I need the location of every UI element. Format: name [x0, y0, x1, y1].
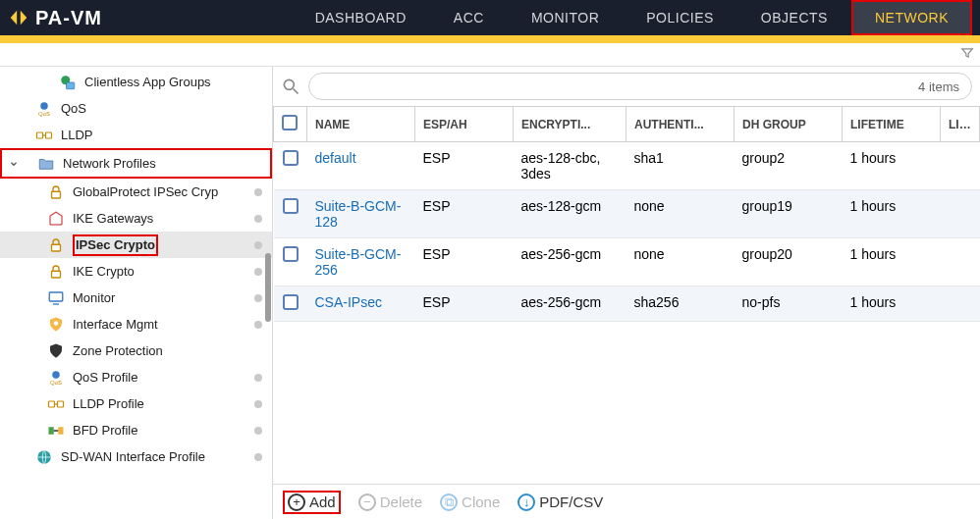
sidebar-item-label: BFD Profile — [73, 423, 137, 438]
sidebar-scrollbar-thumb[interactable] — [265, 253, 271, 322]
svg-rect-20 — [58, 427, 63, 435]
folder-icon — [37, 155, 55, 173]
pdfcsv-button[interactable]: ↓ PDF/CSV — [517, 493, 603, 511]
table-header-row: NAME ESP/AH ENCRYPTI... AUTHENTI... DH G… — [274, 107, 980, 142]
status-dot — [254, 294, 262, 302]
lldp-icon — [47, 395, 65, 413]
cell-lifetime: 1 hours — [843, 142, 941, 190]
search-input[interactable]: 4 items — [308, 73, 972, 100]
table-row[interactable]: Suite-B-GCM-128 ESP aes-128-gcm none gro… — [274, 190, 980, 238]
clone-icon: ⧉ — [440, 493, 458, 511]
col-encryption[interactable]: ENCRYPTI... — [514, 107, 626, 142]
cell-encryption: aes-256-gcm — [514, 286, 626, 322]
gear-shield-icon — [47, 316, 65, 334]
status-dot — [254, 374, 262, 382]
globe-icon — [35, 448, 53, 466]
tab-monitor[interactable]: MONITOR — [508, 0, 623, 35]
search-icon[interactable] — [279, 75, 302, 98]
sidebar-item-ike-gateways[interactable]: IKE Gateways — [0, 205, 272, 232]
cell-dhgroup: group20 — [735, 238, 843, 286]
delete-button[interactable]: − Delete — [358, 493, 422, 511]
main-panel: 4 items NAME ESP/AH ENCRYPTI... AUTHENTI… — [273, 67, 980, 519]
table-row[interactable]: Suite-B-GCM-256 ESP aes-256-gcm none gro… — [274, 238, 980, 286]
sidebar-item-label: IKE Crypto — [73, 264, 135, 279]
svg-rect-4 — [37, 132, 43, 138]
col-checkbox[interactable] — [274, 107, 307, 142]
row-checkbox[interactable] — [283, 294, 299, 310]
accent-bar — [0, 35, 980, 43]
cell-authentication: none — [626, 190, 735, 238]
tab-objects[interactable]: OBJECTS — [737, 0, 851, 35]
col-lifetime[interactable]: LIFETIME — [843, 107, 941, 142]
cell-espah: ESP — [415, 142, 514, 190]
brand-logo: PA-VM — [8, 7, 102, 29]
sidebar-item-ike-crypto[interactable]: IKE Crypto — [0, 258, 272, 285]
row-checkbox[interactable] — [283, 246, 299, 262]
clone-button[interactable]: ⧉ Clone — [440, 493, 500, 511]
sidebar-scrollbar-track — [265, 67, 273, 484]
shield-icon — [47, 342, 65, 360]
sidebar-item-label: IKE Gateways — [73, 211, 153, 226]
sidebar-item-lldp[interactable]: LLDP — [0, 122, 272, 148]
sidebar-item-bfd-profile[interactable]: BFD Profile — [0, 417, 272, 443]
col-dhgroup[interactable]: DH GROUP — [735, 107, 843, 142]
cell-authentication: none — [626, 238, 735, 286]
sidebar-item-label: LLDP — [61, 128, 93, 142]
sidebar-item-interface-mgmt[interactable]: Interface Mgmt — [0, 311, 272, 337]
profile-name-link[interactable]: Suite-B-GCM-256 — [315, 246, 402, 278]
sidebar-item-label: Clientless App Groups — [84, 75, 211, 89]
sidebar-item-label: Zone Protection — [73, 343, 163, 358]
svg-text:QoS: QoS — [50, 379, 62, 385]
filter-icon[interactable] — [960, 46, 974, 63]
sidebar-item-qos-profile[interactable]: QoSQoS Profile — [0, 364, 272, 390]
svg-text:QoS: QoS — [38, 110, 50, 116]
sidebar-item-qos[interactable]: QoSQoS — [0, 95, 272, 122]
sidebar-item-monitor-prof[interactable]: Monitor — [0, 285, 272, 311]
sidebar-item-gp-ipsec-crypto[interactable]: GlobalProtect IPSec Cryp — [0, 179, 272, 205]
profile-name-link[interactable]: default — [315, 150, 356, 166]
cell-espah: ESP — [415, 286, 514, 322]
chevron-down-icon — [8, 158, 20, 170]
row-checkbox[interactable] — [283, 150, 299, 166]
tab-network[interactable]: NETWORK — [851, 0, 972, 35]
filter-toolbar — [0, 43, 980, 67]
sidebar-item-sdwan-interface-profile[interactable]: SD-WAN Interface Profile — [0, 443, 272, 470]
pdfcsv-label: PDF/CSV — [539, 493, 603, 510]
row-checkbox[interactable] — [283, 198, 299, 214]
table-row[interactable]: CSA-IPsec ESP aes-256-gcm sha256 no-pfs … — [274, 286, 980, 322]
plus-icon: + — [288, 493, 305, 511]
svg-rect-16 — [49, 401, 55, 407]
table-row[interactable]: default ESP aes-128-cbc, 3des sha1 group… — [274, 142, 980, 190]
cell-espah: ESP — [415, 238, 514, 286]
sidebar-item-clientless-app-groups[interactable]: Clientless App Groups — [0, 69, 272, 95]
sidebar-item-label: QoS Profile — [73, 370, 137, 385]
sidebar-item-label: QoS — [61, 101, 86, 116]
sidebar-item-zone-protection[interactable]: Zone Protection — [0, 337, 272, 364]
sidebar-item-network-profiles[interactable]: Network Profiles — [2, 150, 270, 177]
profile-name-link[interactable]: CSA-IPsec — [315, 294, 382, 310]
lock-icon — [47, 263, 65, 281]
svg-rect-1 — [67, 82, 75, 89]
sidebar-item-label: Monitor — [73, 290, 115, 305]
cell-dhgroup: group19 — [735, 190, 843, 238]
cell-lifesize — [941, 190, 980, 238]
tab-dashboard[interactable]: DASHBOARD — [292, 0, 430, 35]
brand-icon — [8, 7, 29, 28]
tab-acc[interactable]: ACC — [430, 0, 508, 35]
col-authentication[interactable]: AUTHENTI... — [626, 107, 735, 142]
cell-encryption: aes-256-gcm — [514, 238, 626, 286]
delete-label: Delete — [380, 493, 422, 510]
add-button[interactable]: + Add — [283, 491, 341, 514]
cell-encryption: aes-128-gcm — [514, 190, 626, 238]
col-espah[interactable]: ESP/AH — [415, 107, 514, 142]
cell-lifetime: 1 hours — [843, 190, 941, 238]
col-lifesize[interactable]: LIFE — [941, 107, 980, 142]
sidebar-item-lldp-profile[interactable]: LLDP Profile — [0, 390, 272, 417]
sidebar-item-ipsec-crypto[interactable]: IPSec Crypto — [0, 232, 272, 258]
profile-name-link[interactable]: Suite-B-GCM-128 — [315, 198, 402, 230]
tab-policies[interactable]: POLICIES — [623, 0, 737, 35]
col-name[interactable]: NAME — [307, 107, 415, 142]
monitor-icon — [47, 289, 65, 307]
cell-lifesize — [941, 238, 980, 286]
svg-rect-19 — [49, 427, 54, 435]
